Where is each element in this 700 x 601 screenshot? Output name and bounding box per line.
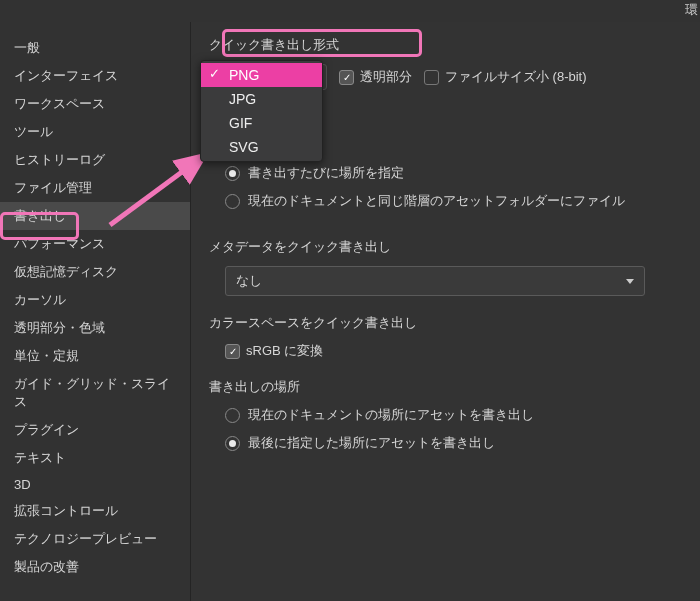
sidebar-item-guides[interactable]: ガイド・グリッド・スライス (0, 370, 190, 416)
checkbox-icon (424, 70, 439, 85)
sidebar-item-interface[interactable]: インターフェイス (0, 62, 190, 90)
sidebar-item-general[interactable]: 一般 (0, 34, 190, 62)
main-layout: 一般 インターフェイス ワークスペース ツール ヒストリーログ ファイル管理 書… (0, 22, 700, 601)
chevron-down-icon (626, 279, 634, 284)
window-titlebar: 環 (0, 0, 700, 22)
sidebar-item-historylog[interactable]: ヒストリーログ (0, 146, 190, 174)
window-title: 環 (685, 2, 698, 17)
radio-icon (225, 436, 240, 451)
transparency-label: 透明部分 (360, 68, 412, 86)
radio-icon (225, 194, 240, 209)
heading-colorspace: カラースペースをクイック書き出し (209, 314, 700, 332)
sidebar-item-scratchdisks[interactable]: 仮想記憶ディスク (0, 258, 190, 286)
colorspace-row: sRGB に変換 (209, 342, 700, 360)
sidebar-item-transparency[interactable]: 透明部分・色域 (0, 314, 190, 342)
radio-label-text: 現在のドキュメントと同じ階層のアセットフォルダーにファイル (248, 192, 625, 210)
sidebar-item-performance[interactable]: パフォーマンス (0, 230, 190, 258)
radio-label-text: 書き出すたびに場所を指定 (248, 164, 404, 182)
metadata-select-value: なし (236, 272, 262, 290)
dropdown-item-gif[interactable]: GIF (201, 111, 322, 135)
sidebar-item-product[interactable]: 製品の改善 (0, 553, 190, 581)
export-location-2-group: 現在のドキュメントの場所にアセットを書き出し 最後に指定した場所にアセットを書き… (209, 406, 700, 462)
radio-doc-location[interactable]: 現在のドキュメントの場所にアセットを書き出し (225, 406, 534, 424)
radio-label-text: 現在のドキュメントの場所にアセットを書き出し (248, 406, 534, 424)
radio-icon (225, 408, 240, 423)
sidebar-item-tools[interactable]: ツール (0, 118, 190, 146)
sidebar-item-techpreview[interactable]: テクノロジープレビュー (0, 525, 190, 553)
sidebar-item-units[interactable]: 単位・定規 (0, 342, 190, 370)
sidebar-item-enhanced[interactable]: 拡張コントロール (0, 497, 190, 525)
metadata-row: なし (209, 266, 700, 296)
checkbox-icon (225, 344, 240, 359)
srgb-checkbox[interactable]: sRGB に変換 (225, 342, 323, 360)
dropdown-item-jpg[interactable]: JPG (201, 87, 322, 111)
dropdown-item-png[interactable]: PNG (201, 63, 322, 87)
transparency-checkbox[interactable]: 透明部分 (339, 68, 412, 86)
heading-export-location-2: 書き出しの場所 (209, 378, 700, 396)
radio-last-location[interactable]: 最後に指定した場所にアセットを書き出し (225, 434, 495, 452)
dropdown-item-svg[interactable]: SVG (201, 135, 322, 159)
format-dropdown[interactable]: PNG JPG GIF SVG (200, 60, 323, 162)
metadata-select[interactable]: なし (225, 266, 645, 296)
sidebar-item-filehandling[interactable]: ファイル管理 (0, 174, 190, 202)
radio-specify-each-time[interactable]: 書き出すたびに場所を指定 (225, 164, 404, 182)
sidebar-item-type[interactable]: テキスト (0, 444, 190, 472)
smallfile-checkbox[interactable]: ファイルサイズ小 (8-bit) (424, 68, 587, 86)
sidebar-item-export[interactable]: 書き出し (0, 202, 190, 230)
sidebar-item-plugins[interactable]: プラグイン (0, 416, 190, 444)
checkbox-icon (339, 70, 354, 85)
sidebar-item-cursors[interactable]: カーソル (0, 286, 190, 314)
srgb-label: sRGB に変換 (246, 342, 323, 360)
sidebar-item-3d[interactable]: 3D (0, 472, 190, 497)
heading-metadata: メタデータをクイック書き出し (209, 238, 700, 256)
smallfile-label: ファイルサイズ小 (8-bit) (445, 68, 587, 86)
radio-icon (225, 166, 240, 181)
sidebar-item-workspace[interactable]: ワークスペース (0, 90, 190, 118)
preferences-sidebar: 一般 インターフェイス ワークスペース ツール ヒストリーログ ファイル管理 書… (0, 22, 191, 601)
radio-label-text: 最後に指定した場所にアセットを書き出し (248, 434, 495, 452)
export-location-1-group: 書き出すたびに場所を指定 現在のドキュメントと同じ階層のアセットフォルダーにファ… (209, 164, 700, 220)
heading-quick-export-format: クイック書き出し形式 (209, 36, 700, 54)
radio-asset-folder[interactable]: 現在のドキュメントと同じ階層のアセットフォルダーにファイル (225, 192, 625, 210)
